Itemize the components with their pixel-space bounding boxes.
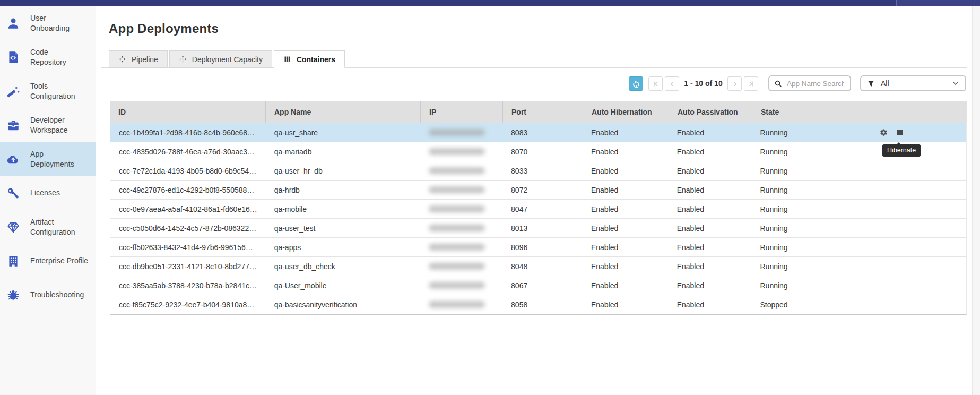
table-row[interactable]: ccc-49c27876-ed1c-4292-b0f8-550588…qa-hr…	[110, 181, 966, 200]
sidebar: User Onboarding Code Repository Tools Co…	[0, 6, 96, 395]
cell-auto-passivation: Enabled	[669, 257, 752, 276]
cell-ip	[420, 123, 502, 142]
sidebar-item-label: Developer Workspace	[30, 115, 68, 134]
sidebar-item-troubleshooting[interactable]: Troubleshooting	[0, 278, 96, 312]
table-row[interactable]: ccc-db9be051-2331-4121-8c10-8bd277…qa-us…	[110, 257, 966, 276]
top-bar-right-segment	[896, 0, 980, 6]
table-row[interactable]: ccc-ff502633-8432-41d4-97b6-996156…qa-ap…	[110, 238, 966, 257]
cell-auto-hibernation: Enabled	[583, 257, 669, 276]
column-header-id: ID	[110, 101, 265, 123]
last-page-button[interactable]	[744, 76, 758, 91]
tab-containers[interactable]: Containers	[274, 50, 345, 68]
table-body: ccc-1b499fa1-2d98-416b-8c4b-960e68…qa-us…	[110, 123, 967, 315]
ip-redacted-blur	[429, 244, 485, 251]
pagination-range: 1 - 10 of 10	[680, 76, 727, 91]
refresh-button[interactable]	[629, 76, 643, 91]
cell-auto-passivation: Enabled	[669, 142, 752, 161]
cell-app-name: qa-apps	[266, 238, 421, 256]
cell-app-name: qa-mariadb	[266, 142, 421, 161]
previous-page-button[interactable]	[665, 76, 679, 91]
sidebar-item-app-deployments[interactable]: App Deployments	[0, 142, 96, 176]
column-header-actions	[872, 101, 967, 123]
table-row[interactable]: ccc-7e72c1da-4193-4b05-b8d0-6b9c54…qa-us…	[110, 161, 966, 181]
table-row[interactable]: ccc-385aa5ab-3788-4230-b78a-b2841c…qa-Us…	[110, 276, 966, 295]
cell-port: 8033	[502, 161, 583, 180]
move-icon	[179, 55, 187, 63]
column-header-app-name: App Name	[265, 101, 420, 123]
table-row[interactable]: ccc-4835d026-788f-46ea-a76d-30aac3…qa-ma…	[110, 142, 966, 161]
table-row[interactable]: ccc-0e97aea4-a5af-4102-86a1-fd60e16…qa-m…	[110, 200, 966, 219]
tab-label: Containers	[297, 55, 335, 64]
app-name-search-box	[768, 75, 851, 91]
sidebar-item-label: Code Repository	[30, 47, 66, 66]
code-file-icon	[6, 50, 20, 64]
table-row[interactable]: ccc-f85c75c2-9232-4ee7-b404-9810a8…qa-ba…	[110, 295, 966, 314]
search-input[interactable]	[786, 79, 845, 88]
last-page-icon	[748, 80, 755, 88]
cell-auto-passivation: Enabled	[669, 200, 752, 218]
cell-ip	[420, 200, 502, 218]
hibernate-stop-icon[interactable]	[897, 130, 903, 135]
cell-ip	[420, 161, 502, 180]
cell-state: Running	[751, 276, 871, 295]
cell-port: 8070	[502, 142, 583, 161]
cell-state: Running	[751, 238, 871, 256]
cell-auto-passivation: Enabled	[669, 123, 752, 142]
filter-funnel-icon	[867, 80, 875, 88]
column-header-state: State	[752, 101, 872, 123]
sidebar-item-user-onboarding[interactable]: User Onboarding	[0, 6, 96, 40]
key-icon	[6, 186, 20, 200]
cell-auto-passivation: Enabled	[669, 238, 752, 256]
cell-port: 8047	[502, 200, 583, 218]
sidebar-item-label: App Deployments	[30, 149, 74, 168]
table-row[interactable]: ccc-c5050d64-1452-4c57-872b-086322…qa-us…	[110, 219, 966, 238]
cell-state: Running	[751, 219, 871, 237]
sidebar-item-label: Licenses	[30, 188, 60, 198]
cell-id: ccc-0e97aea4-a5af-4102-86a1-fd60e16…	[110, 200, 266, 218]
sidebar-item-label: Artifact Configuration	[30, 217, 75, 236]
sidebar-item-code-repository[interactable]: Code Repository	[0, 40, 96, 74]
next-page-icon	[731, 80, 739, 88]
ip-redacted-blur	[429, 282, 485, 289]
first-page-button[interactable]	[648, 76, 663, 91]
next-page-button[interactable]	[727, 76, 742, 91]
cell-actions	[871, 200, 966, 218]
cell-actions	[871, 219, 966, 237]
ip-redacted-blur	[429, 129, 485, 136]
cell-actions	[871, 238, 966, 256]
cell-id: ccc-7e72c1da-4193-4b05-b8d0-6b9c54…	[110, 161, 266, 180]
ip-redacted-blur	[429, 167, 485, 174]
sidebar-item-label: User Onboarding	[30, 13, 70, 32]
cell-auto-hibernation: Enabled	[583, 219, 669, 237]
cell-id: ccc-49c27876-ed1c-4292-b0f8-550588…	[110, 181, 266, 199]
sidebar-item-tools-configuration[interactable]: Tools Configuration	[0, 74, 96, 108]
table-row[interactable]: ccc-1b499fa1-2d98-416b-8c4b-960e68…qa-us…	[110, 123, 966, 142]
settings-gear-icon[interactable]	[880, 128, 888, 136]
filter-dropdown[interactable]: All	[860, 75, 966, 91]
sidebar-item-developer-workspace[interactable]: Developer Workspace	[0, 108, 96, 142]
column-header-auto-hibernation: Auto Hibernation	[583, 101, 669, 123]
sidebar-item-enterprise-profile[interactable]: Enterprise Profile	[0, 244, 96, 278]
cell-ip	[420, 257, 502, 276]
page-title: App Deployments	[109, 21, 219, 36]
tab-label: Deployment Capacity	[192, 55, 263, 64]
sidebar-item-artifact-configuration[interactable]: Artifact Configuration	[0, 210, 96, 244]
cell-ip	[420, 295, 502, 314]
ip-redacted-blur	[429, 148, 485, 155]
cell-state: Running	[751, 257, 871, 276]
cell-state: Running	[751, 161, 871, 180]
tab-deployment-capacity[interactable]: Deployment Capacity	[169, 50, 272, 68]
cloud-upload-icon	[6, 152, 20, 166]
search-icon	[774, 80, 782, 88]
cell-actions	[871, 161, 966, 180]
containers-table: ID App Name IP Port Auto Hibernation Aut…	[110, 101, 967, 315]
cell-port: 8072	[502, 181, 583, 199]
sidebar-item-licenses[interactable]: Licenses	[0, 176, 96, 210]
pipeline-icon	[118, 55, 126, 63]
ip-redacted-blur	[429, 186, 485, 193]
building-icon	[6, 254, 20, 268]
cell-auto-hibernation: Enabled	[583, 238, 669, 256]
magic-wand-icon	[6, 84, 20, 98]
tab-pipeline[interactable]: Pipeline	[109, 50, 168, 68]
cell-actions	[871, 181, 966, 199]
